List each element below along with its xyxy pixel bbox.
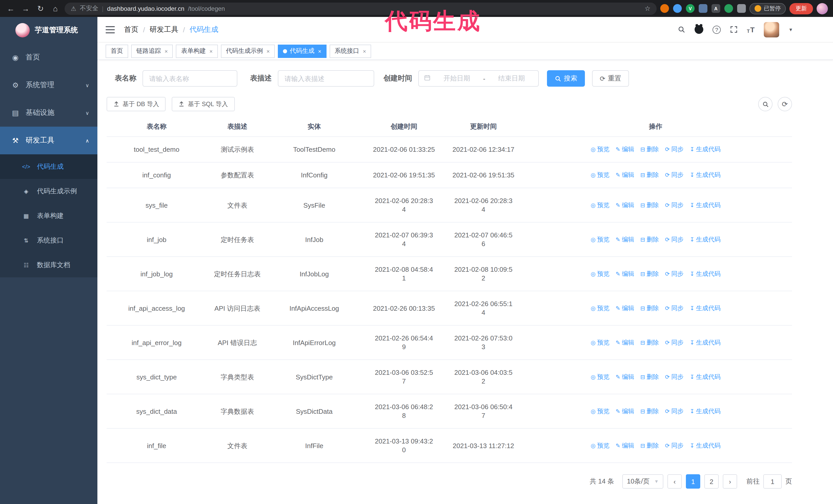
fullscreen-icon[interactable] xyxy=(730,26,738,33)
action-generate-link[interactable]: ↧生成代码 xyxy=(690,338,720,347)
action-delete-link[interactable]: ⊟删除 xyxy=(640,304,659,312)
action-generate-link[interactable]: ↧生成代码 xyxy=(690,201,720,210)
action-delete-link[interactable]: ⊟删除 xyxy=(640,269,659,278)
action-sync-link[interactable]: ⟳同步 xyxy=(665,304,684,312)
search-icon[interactable] xyxy=(678,26,685,33)
action-delete-link[interactable]: ⊟删除 xyxy=(640,145,659,154)
action-preview-link[interactable]: ◎预览 xyxy=(591,304,610,312)
action-generate-link[interactable]: ↧生成代码 xyxy=(690,235,720,244)
action-delete-link[interactable]: ⊟删除 xyxy=(640,235,659,244)
browser-update-button[interactable]: 更新 xyxy=(789,3,813,14)
action-edit-link[interactable]: ✎编辑 xyxy=(616,304,634,312)
sidebar-item-system[interactable]: ⚙系统管理∨ xyxy=(0,71,97,99)
action-preview-link[interactable]: ◎预览 xyxy=(591,373,610,381)
sidebar-item-home[interactable]: ◉首页 xyxy=(0,44,97,71)
table-desc-input[interactable] xyxy=(278,70,374,87)
font-size-icon[interactable]: TT xyxy=(747,25,755,33)
action-delete-link[interactable]: ⊟删除 xyxy=(640,171,659,179)
sidebar-subitem-system-api[interactable]: ⇅系统接口 xyxy=(0,228,97,253)
help-icon[interactable]: ? xyxy=(713,25,721,33)
import-db-button[interactable]: 基于 DB 导入 xyxy=(106,97,166,111)
user-avatar[interactable] xyxy=(764,22,779,37)
action-preview-link[interactable]: ◎预览 xyxy=(591,201,610,210)
tag-view[interactable]: 表单构建× xyxy=(176,44,218,58)
action-preview-link[interactable]: ◎预览 xyxy=(591,441,610,450)
avatar-caret-icon[interactable]: ▼ xyxy=(788,27,793,32)
action-delete-link[interactable]: ⊟删除 xyxy=(640,441,659,450)
ext-leaf-icon[interactable] xyxy=(724,4,733,13)
search-button[interactable]: 搜索 xyxy=(547,70,585,87)
action-sync-link[interactable]: ⟳同步 xyxy=(665,171,684,179)
tag-view[interactable]: 代码生成× xyxy=(278,44,327,58)
action-generate-link[interactable]: ↧生成代码 xyxy=(690,171,720,179)
action-generate-link[interactable]: ↧生成代码 xyxy=(690,145,720,154)
app-logo[interactable]: 芋道管理系统 xyxy=(0,17,97,44)
action-edit-link[interactable]: ✎编辑 xyxy=(616,441,634,450)
sidebar-item-infra[interactable]: ▤基础设施∨ xyxy=(0,99,97,127)
action-sync-link[interactable]: ⟳同步 xyxy=(665,441,684,450)
breadcrumb-devtools[interactable]: 研发工具 xyxy=(150,25,178,34)
github-icon[interactable] xyxy=(695,25,703,34)
action-sync-link[interactable]: ⟳同步 xyxy=(665,269,684,278)
tag-view[interactable]: 首页 xyxy=(105,44,128,58)
action-delete-link[interactable]: ⊟删除 xyxy=(640,201,659,210)
action-sync-link[interactable]: ⟳同步 xyxy=(665,235,684,244)
action-edit-link[interactable]: ✎编辑 xyxy=(616,373,634,381)
tag-view[interactable]: 系统接口× xyxy=(330,44,372,58)
ext-slate-icon[interactable] xyxy=(699,4,708,13)
action-edit-link[interactable]: ✎编辑 xyxy=(616,338,634,347)
date-start-placeholder[interactable]: 开始日期 xyxy=(435,74,478,83)
next-page-button[interactable]: › xyxy=(723,474,737,488)
action-sync-link[interactable]: ⟳同步 xyxy=(665,145,684,154)
forward-icon[interactable]: → xyxy=(20,4,31,13)
goto-page-input[interactable] xyxy=(763,474,782,488)
action-edit-link[interactable]: ✎编辑 xyxy=(616,235,634,244)
back-icon[interactable]: ← xyxy=(5,4,17,13)
date-end-placeholder[interactable]: 结束日期 xyxy=(490,74,533,83)
refresh-table-button[interactable]: ⟳ xyxy=(778,97,792,111)
home-icon[interactable]: ⌂ xyxy=(50,4,61,13)
hamburger-icon[interactable] xyxy=(105,26,116,33)
sidebar-subitem-codegen[interactable]: </>代码生成 xyxy=(0,154,97,179)
date-range-picker[interactable]: 开始日期 - 结束日期 xyxy=(418,70,539,87)
sidebar-subitem-db-doc[interactable]: ☷数据库文档 xyxy=(0,253,97,278)
import-sql-button[interactable]: 基于 SQL 导入 xyxy=(172,97,235,111)
reload-icon[interactable]: ↻ xyxy=(35,4,46,13)
action-sync-link[interactable]: ⟳同步 xyxy=(665,373,684,381)
breadcrumb-home[interactable]: 首页 xyxy=(124,25,138,34)
ext-green-v-icon[interactable]: V xyxy=(686,4,695,13)
action-sync-link[interactable]: ⟳同步 xyxy=(665,407,684,415)
tag-view[interactable]: 链路追踪× xyxy=(131,44,173,58)
url-bar[interactable]: ⚠ 不安全 | dashboard.yudao.iocoder.cn /tool… xyxy=(65,2,657,15)
action-preview-link[interactable]: ◎预览 xyxy=(591,338,610,347)
ext-orange-icon[interactable] xyxy=(660,4,669,13)
action-preview-link[interactable]: ◎预览 xyxy=(591,145,610,154)
bookmark-star-icon[interactable]: ☆ xyxy=(645,5,650,12)
close-icon[interactable]: × xyxy=(165,48,168,54)
action-edit-link[interactable]: ✎编辑 xyxy=(616,407,634,415)
sidebar-subitem-codegen-sample[interactable]: ◈代码生成示例 xyxy=(0,179,97,203)
close-icon[interactable]: × xyxy=(318,48,322,54)
action-edit-link[interactable]: ✎编辑 xyxy=(616,201,634,210)
ext-puzzle-icon[interactable] xyxy=(737,4,746,13)
close-icon[interactable]: × xyxy=(363,48,366,54)
action-delete-link[interactable]: ⊟删除 xyxy=(640,407,659,415)
table-name-input[interactable] xyxy=(143,70,237,87)
close-icon[interactable]: × xyxy=(209,48,213,54)
ext-dark-icon[interactable]: A xyxy=(712,4,720,13)
action-delete-link[interactable]: ⊟删除 xyxy=(640,338,659,347)
tag-view[interactable]: 代码生成示例× xyxy=(221,44,275,58)
ext-blue-icon[interactable] xyxy=(673,4,682,13)
action-edit-link[interactable]: ✎编辑 xyxy=(616,145,634,154)
close-icon[interactable]: × xyxy=(266,48,270,54)
paused-badge[interactable]: 已暂停 xyxy=(749,3,786,14)
action-preview-link[interactable]: ◎预览 xyxy=(591,235,610,244)
action-edit-link[interactable]: ✎编辑 xyxy=(616,171,634,179)
page-size-select[interactable]: 10条/页 ▼ xyxy=(622,474,663,488)
page-button-2[interactable]: 2 xyxy=(704,474,719,488)
action-delete-link[interactable]: ⊟删除 xyxy=(640,373,659,381)
browser-profile-avatar[interactable] xyxy=(816,3,828,14)
action-generate-link[interactable]: ↧生成代码 xyxy=(690,304,720,312)
prev-page-button[interactable]: ‹ xyxy=(667,474,682,488)
action-sync-link[interactable]: ⟳同步 xyxy=(665,338,684,347)
